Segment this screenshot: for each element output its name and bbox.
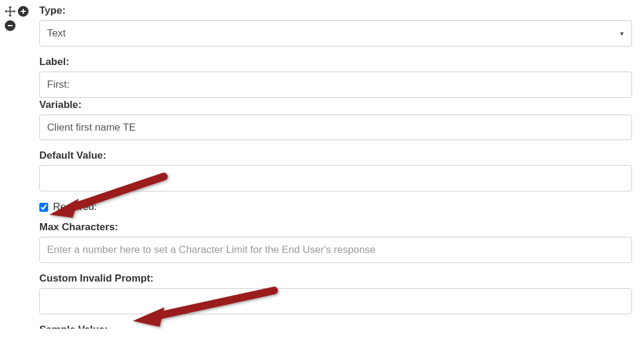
- required-checkbox[interactable]: [39, 203, 48, 212]
- default-value-input[interactable]: [39, 165, 632, 191]
- required-label[interactable]: Required:: [53, 201, 97, 213]
- add-icon[interactable]: [18, 6, 29, 17]
- type-label: Type:: [39, 5, 632, 17]
- label-label: Label:: [39, 56, 632, 68]
- max-characters-label: Max Characters:: [39, 221, 632, 233]
- move-icon[interactable]: [5, 6, 15, 17]
- custom-invalid-prompt-label: Custom Invalid Prompt:: [39, 273, 632, 285]
- remove-icon[interactable]: [5, 20, 15, 31]
- custom-invalid-prompt-input[interactable]: [39, 288, 632, 314]
- svg-marker-0: [5, 6, 15, 17]
- max-characters-input[interactable]: [39, 237, 632, 263]
- icon-column: [5, 5, 29, 31]
- default-value-label: Default Value:: [39, 150, 632, 162]
- variable-label: Variable:: [39, 99, 632, 111]
- type-select[interactable]: Text: [39, 20, 632, 47]
- sample-value-label: Sample Value:: [39, 324, 632, 329]
- label-input[interactable]: [39, 72, 632, 98]
- form-column: Type: Text Label: Variable: Default Valu…: [39, 5, 632, 329]
- variable-input[interactable]: [39, 115, 632, 141]
